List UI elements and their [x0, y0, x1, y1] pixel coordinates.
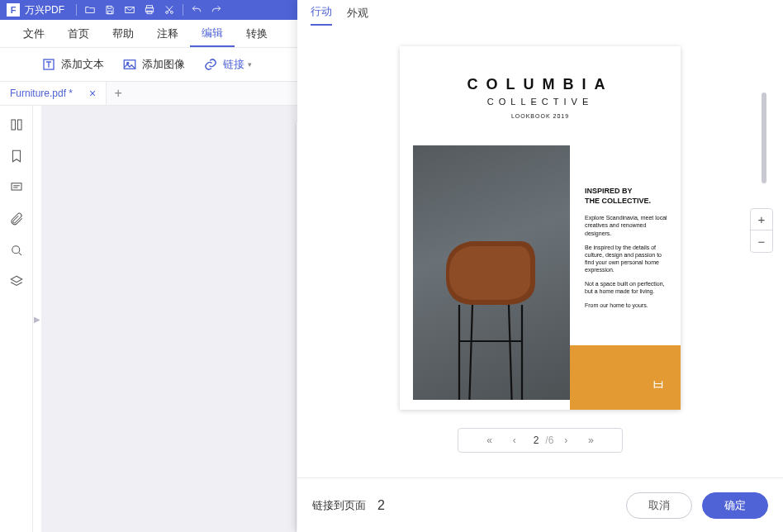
last-page-button[interactable]: »	[578, 435, 603, 446]
chair-illustration	[429, 221, 553, 400]
preview-hero-image	[413, 145, 570, 400]
menu-file[interactable]: 文件	[12, 20, 56, 47]
svg-point-12	[12, 246, 19, 254]
zoom-in-button[interactable]: +	[751, 209, 772, 230]
search-icon[interactable]	[9, 243, 24, 258]
cancel-button[interactable]: 取消	[626, 492, 692, 519]
side-paragraph: Explore Scandinavia, meet local creative…	[585, 214, 667, 236]
svg-point-4	[166, 11, 168, 13]
preview-area: COLUMBIA COLLECTIVE LOOKBOOK 2019 INSPIR…	[297, 26, 783, 477]
menu-annotate[interactable]: 注释	[145, 20, 190, 47]
app-title: 万兴PDF	[25, 3, 64, 17]
comment-icon[interactable]	[9, 180, 24, 195]
menu-convert[interactable]: 转换	[235, 20, 279, 47]
text-icon	[41, 57, 56, 72]
thumbnails-icon[interactable]	[9, 117, 24, 132]
close-tab-icon[interactable]: ×	[89, 87, 96, 100]
dialog-tab-action[interactable]: 行动	[311, 4, 332, 26]
app-logo	[7, 3, 20, 17]
menu-home[interactable]: 首页	[56, 20, 101, 47]
svg-rect-3	[147, 11, 152, 14]
chevron-down-icon: ▾	[248, 60, 252, 69]
layers-icon[interactable]	[9, 274, 24, 289]
side-heading: INSPIRED BY THE COLLECTIVE.	[585, 187, 667, 206]
zoom-control: + −	[750, 208, 773, 253]
svg-rect-1	[147, 6, 153, 8]
save-icon[interactable]	[102, 2, 118, 18]
dialog-footer: 链接到页面 2 取消 确定	[297, 477, 783, 532]
menu-help[interactable]: 帮助	[101, 20, 145, 47]
document-tab-label: Furniture.pdf *	[10, 88, 73, 99]
left-sidebar	[0, 106, 33, 532]
bookmark-icon[interactable]	[9, 149, 24, 164]
separator	[183, 4, 183, 16]
page-navigator: « ‹ 2 /6 › »	[458, 428, 623, 453]
menu-edit[interactable]: 编辑	[190, 20, 235, 47]
preview-page[interactable]: COLUMBIA COLLECTIVE LOOKBOOK 2019 INSPIR…	[400, 46, 681, 410]
preview-brand: COLUMBIA COLLECTIVE LOOKBOOK 2019	[400, 46, 681, 119]
svg-point-5	[170, 11, 173, 13]
dialog-tab-appearance[interactable]: 外观	[347, 6, 368, 26]
svg-rect-10	[17, 120, 21, 130]
brand-tagline: LOOKBOOK 2019	[400, 113, 681, 119]
cut-icon[interactable]	[161, 2, 178, 18]
brand-title: COLUMBIA	[400, 76, 681, 93]
total-pages: /6	[545, 435, 553, 446]
add-text-label: 添加文本	[61, 57, 104, 72]
link-tool[interactable]: 链接 ▾	[203, 57, 252, 72]
side-paragraph: Be inspired by the details of culture, d…	[585, 244, 667, 273]
new-tab-button[interactable]: +	[107, 86, 130, 101]
ok-button[interactable]: 确定	[702, 492, 768, 519]
preview-side-copy: INSPIRED BY THE COLLECTIVE. Explore Scan…	[585, 187, 667, 316]
undo-icon[interactable]	[188, 2, 205, 18]
brand-subtitle: COLLECTIVE	[400, 97, 681, 107]
image-icon	[122, 57, 137, 72]
add-text-tool[interactable]: 添加文本	[41, 57, 104, 72]
first-page-button[interactable]: «	[477, 435, 502, 446]
next-page-button[interactable]: ›	[553, 435, 578, 446]
add-image-tool[interactable]: 添加图像	[122, 57, 185, 72]
link-dialog: 行动 外观 COLUMBIA COLLECTIVE LOOKBOOK 2019	[297, 0, 783, 532]
attachment-icon[interactable]	[9, 211, 24, 226]
open-folder-icon[interactable]	[82, 2, 98, 18]
link-to-page-label: 链接到页面	[312, 498, 366, 513]
sidebar-collapse-handle[interactable]: ▶	[33, 106, 41, 532]
svg-rect-9	[12, 120, 16, 130]
preview-accent-block: ㅂ	[570, 345, 681, 410]
side-paragraph: Not a space built on perfection, but a h…	[585, 280, 667, 295]
redo-icon[interactable]	[208, 2, 225, 18]
prev-page-button[interactable]: ‹	[502, 435, 527, 446]
print-icon[interactable]	[141, 2, 158, 18]
dialog-tabs: 行动 外观	[297, 0, 783, 26]
document-tab[interactable]: Furniture.pdf * ×	[0, 82, 107, 105]
add-image-label: 添加图像	[142, 57, 185, 72]
current-page: 2	[534, 435, 539, 446]
svg-rect-11	[12, 183, 21, 190]
accent-glyph: ㅂ	[651, 375, 666, 395]
separator	[76, 4, 77, 16]
side-paragraph: From our home to yours.	[585, 302, 667, 309]
link-to-page-value: 2	[377, 498, 385, 513]
scrollbar-thumb[interactable]	[762, 93, 766, 183]
link-label: 链接	[223, 57, 244, 72]
link-icon	[203, 57, 218, 72]
zoom-out-button[interactable]: −	[751, 230, 772, 252]
preview-scrollbar[interactable]	[762, 93, 766, 192]
mail-icon[interactable]	[121, 2, 138, 18]
